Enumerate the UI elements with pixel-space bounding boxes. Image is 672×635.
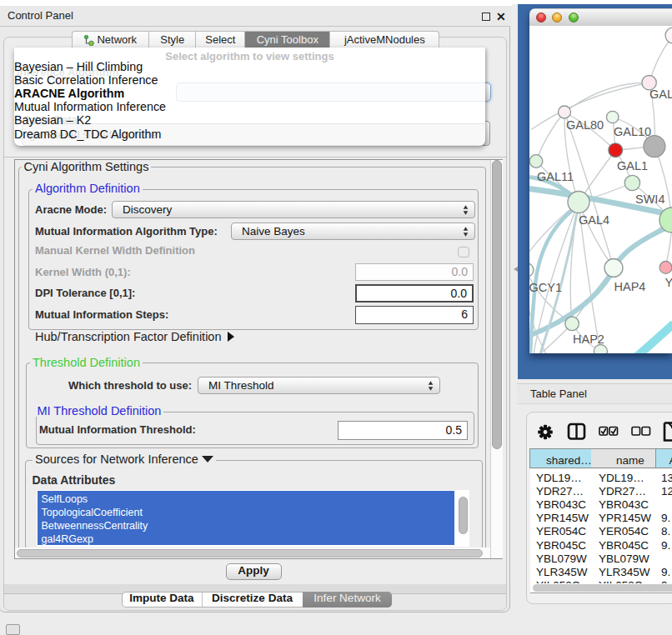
svg-text:SWI4: SWI4 [635, 192, 664, 206]
svg-text:GAL80: GAL80 [566, 118, 604, 131]
svg-text:GAL11: GAL11 [537, 169, 574, 182]
svg-text:HAP4: HAP4 [614, 280, 646, 293]
svg-text:GCY1: GCY1 [529, 281, 562, 294]
svg-text:GAL4: GAL4 [579, 212, 609, 226]
svg-text:GAL1: GAL1 [617, 158, 648, 172]
svg-text:Y: Y [665, 275, 672, 288]
svg-text:GAL4: GAL4 [649, 87, 672, 100]
svg-text:GAL10: GAL10 [614, 125, 651, 138]
svg-text:HAP2: HAP2 [573, 332, 604, 345]
